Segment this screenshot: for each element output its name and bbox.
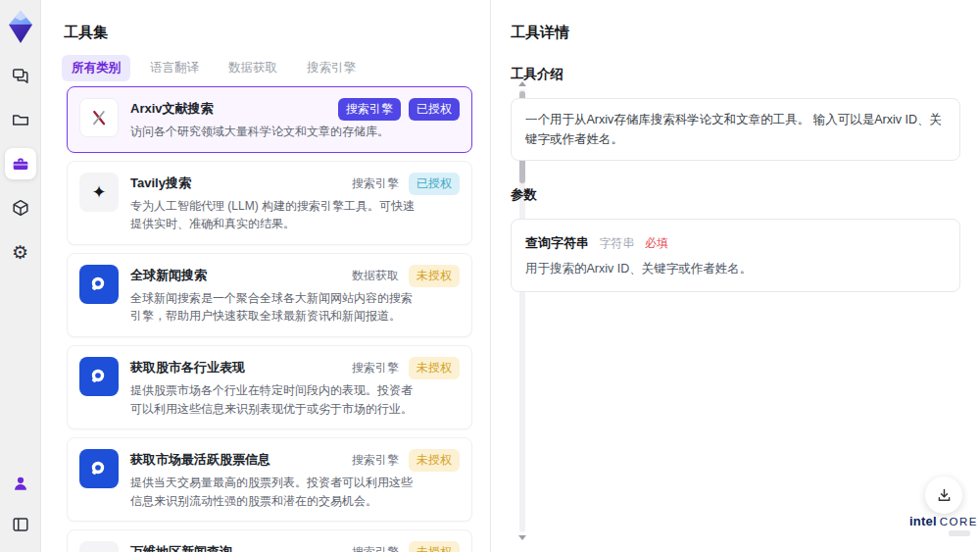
magnifier-icon: [79, 265, 119, 304]
arxiv-icon: [79, 98, 119, 137]
tool-description: 访问各个研究领域大量科学论文和文章的存储库。: [130, 123, 420, 141]
intro-text: 一个用于从Arxiv存储库搜索科学论文和文章的工具。 输入可以是Arxiv ID…: [511, 98, 960, 161]
auth-status-badge: 未授权: [409, 449, 460, 472]
category-tabs: 所有类别 语言翻译 数据获取 搜索引擎: [62, 55, 366, 81]
auth-status-badge: 未授权: [409, 265, 460, 287]
param-required-badge: 必填: [645, 236, 668, 250]
sidebar-bottom: [5, 458, 36, 540]
category-badge: 搜索引擎: [350, 173, 401, 195]
magnifier-icon: [79, 449, 119, 488]
card-badges: 数据获取 未授权: [350, 265, 460, 287]
magnifier-icon: [79, 357, 119, 396]
tool-card-regional-news[interactable]: 万维地区新闻查询 查询具体行政区划内的新闻，快速了解各地新闻动 搜索引擎 未授权: [67, 529, 472, 552]
sparkle-icon: ✦: [79, 173, 119, 212]
settings-icon[interactable]: ⚙: [5, 236, 36, 268]
card-badges: 搜索引擎 未授权: [350, 357, 460, 379]
page-title: 工具集: [64, 24, 108, 42]
category-badge: 数据获取: [350, 265, 401, 287]
chat-icon[interactable]: [5, 60, 36, 91]
sidebar: ⚙: [0, 0, 41, 552]
param-name: 查询字符串: [525, 235, 589, 250]
brand-sub-mark: [949, 530, 970, 536]
tool-card-tavily[interactable]: ✦ Tavily搜索 专为人工智能代理 (LLM) 构建的搜索引擎工具。可快速提…: [67, 161, 472, 245]
user-icon[interactable]: [5, 468, 36, 499]
card-badges: 搜索引擎 已授权: [350, 173, 460, 195]
intro-heading: 工具介绍: [511, 66, 960, 83]
tab-language-translation[interactable]: 语言翻译: [140, 55, 209, 81]
param-type: 字符串: [599, 236, 634, 250]
toolbox-icon[interactable]: [5, 148, 36, 179]
param-description: 用于搜索的Arxiv ID、关键字或作者姓名。: [525, 261, 946, 277]
auth-status-badge: 未授权: [409, 357, 460, 379]
auth-status-badge: 已授权: [409, 173, 460, 195]
tool-card-sector-performance[interactable]: 获取股市各行业表现 提供股票市场各个行业在特定时间段内的表现。投资者可以利用这些…: [67, 345, 472, 429]
tool-card-active-stocks[interactable]: 获取市场最活跃股票信息 提供当天交易量最高的股票列表。投资者可以利用这些信息来识…: [67, 437, 472, 522]
category-badge: 搜索引擎: [350, 449, 401, 472]
auth-status-badge: 已授权: [409, 98, 460, 121]
tool-detail-panel: 工具详情 工具介绍 一个用于从Arxiv存储库搜索科学论文和文章的工具。 输入可…: [490, 0, 980, 552]
params-heading: 参数: [511, 186, 960, 204]
tab-all-categories[interactable]: 所有类别: [62, 55, 130, 81]
tool-description: 提供股票市场各个行业在特定时间段内的表现。投资者可以利用这些信息来识别表现优于或…: [130, 381, 420, 418]
category-badge: 搜索引擎: [338, 98, 401, 121]
category-badge: 搜索引擎: [350, 357, 401, 379]
card-badges: 搜索引擎 未授权: [350, 449, 460, 472]
detail-title: 工具详情: [511, 24, 960, 42]
param-card: 查询字符串 字符串 必填 用于搜索的Arxiv ID、关键字或作者姓名。: [511, 219, 960, 292]
tab-data-fetch[interactable]: 数据获取: [219, 55, 287, 81]
tool-card-global-news[interactable]: 全球新闻搜索 全球新闻搜索是一个聚合全球各大新闻网站内容的搜索引擎，帮助用户快速…: [67, 253, 472, 337]
tool-card-list: Arxiv文献搜索 访问各个研究领域大量科学论文和文章的存储库。 搜索引擎 已授…: [67, 86, 472, 552]
param-header: 查询字符串 字符串 必填: [525, 233, 946, 252]
card-badges: 搜索引擎 未授权: [350, 541, 460, 552]
auth-status-badge: 未授权: [409, 541, 460, 552]
tool-description: 全球新闻搜索是一个聚合全球各大新闻网站内容的搜索引擎，帮助用户快速获取全球最新资…: [130, 289, 420, 326]
download-icon: [936, 487, 953, 504]
category-badge: 搜索引擎: [350, 541, 401, 552]
brand-intel-text: intel: [909, 514, 937, 528]
download-button[interactable]: [925, 477, 962, 514]
newspaper-icon: [79, 541, 119, 552]
tool-description: 专为人工智能代理 (LLM) 构建的搜索引擎工具。可快速提供实时、准确和真实的结…: [130, 197, 420, 233]
tab-search-engine[interactable]: 搜索引擎: [297, 55, 366, 81]
app-logo: [4, 8, 37, 47]
brand-core-text: CORE: [940, 516, 978, 527]
tool-card-arxiv[interactable]: Arxiv文献搜索 访问各个研究领域大量科学论文和文章的存储库。 搜索引擎 已授…: [67, 86, 472, 153]
tool-list-panel: 工具集 所有类别 语言翻译 数据获取 搜索引擎 Arxiv文献搜索 访问各个研究…: [41, 0, 490, 552]
intel-core-logo: intelCORE: [909, 514, 970, 536]
app-window: ⚙ 工具集 所有类别 语言翻译 数据获取 搜索引擎: [0, 0, 980, 552]
cube-icon[interactable]: [5, 192, 36, 224]
panel-toggle-icon[interactable]: [5, 509, 36, 540]
folder-icon[interactable]: [5, 104, 36, 135]
tool-description: 提供当天交易量最高的股票列表。投资者可以利用这些信息来识别流动性强的股票和潜在的…: [130, 474, 420, 510]
card-badges: 搜索引擎 已授权: [338, 98, 460, 121]
